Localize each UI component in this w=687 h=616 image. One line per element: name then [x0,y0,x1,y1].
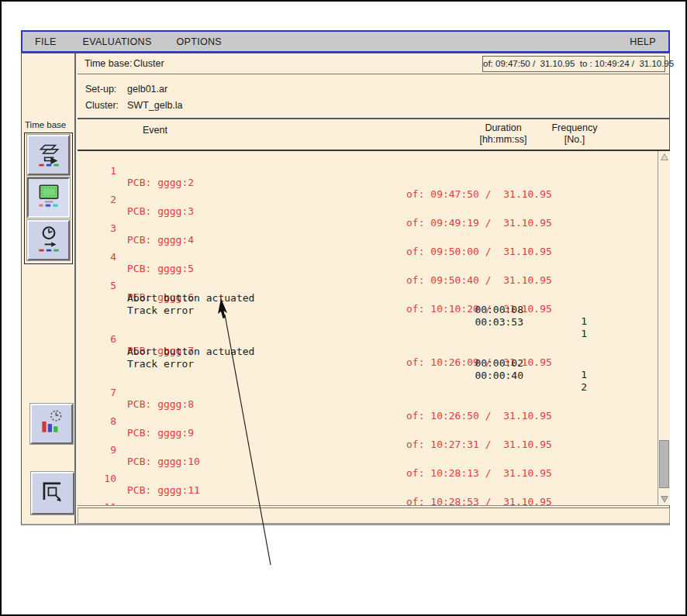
setup-label: Set-up: [85,84,116,95]
menu-bar: FILE EVALUATIONS OPTIONS HELP [21,30,670,53]
timebase-value: Cluster [133,58,164,69]
main-panel: Time base: Cluster of: 09:47:50 / 31.10.… [78,53,670,525]
setup-panel: Set-up: gelb01.ar Cluster: SWT_gelb.la [78,74,670,119]
application-window: FILE EVALUATIONS OPTIONS HELP Time base [0,0,687,616]
event-row[interactable]: 8 PCB: gggg:9 of: 10:27:31 / 31.10.95 [78,404,670,416]
clock-arrow-icon [34,224,64,256]
cluster-value: SWT_gelb.la [127,100,183,111]
scrollbar-down-icon[interactable] [659,494,670,504]
event-row[interactable]: 7 PCB: gggg:8 of: 10:26:50 / 31.10.95 [78,375,670,387]
event-number: 3 [78,222,116,234]
monitor-icon [34,181,64,214]
cluster-label: Cluster: [85,100,119,111]
timebase-button-group [24,132,73,264]
region-select-button[interactable] [31,472,74,514]
event-row[interactable]: 1 PCB: gggg:2 of: 09:47:50 / 31.10.95 [78,153,670,166]
timebase-header-bar: Time base: Cluster of: 09:47:50 / 31.10.… [78,53,670,74]
sub-event-label: Track error [127,358,194,370]
setup-value: gelb01.ar [127,84,167,95]
event-row[interactable]: 9 PCB: gggg:10 of: 10:28:13 / 31.10.95 [78,432,670,445]
sidebar-label: Time base [25,120,66,129]
main-window-body: Time base [21,53,670,525]
event-number: 10 [78,473,116,484]
menu-item-file[interactable]: FILE [30,36,61,47]
event-list[interactable]: 1 PCB: gggg:2 of: 09:47:50 / 31.10.95 2 … [78,150,670,506]
event-row[interactable]: 4 PCB: gggg:5 of: 09:50:40 / 31.10.95 [78,239,670,252]
event-rows: 1 PCB: gggg:2 of: 09:47:50 / 31.10.95 2 … [78,153,670,502]
event-sub-row: Abort button actuated 00:00:02 1 [78,334,670,346]
event-number: 8 [78,415,116,427]
event-sub-row: Abort button actuated 00:00:08 1 [78,280,670,293]
vertical-scrollbar[interactable] [658,151,670,505]
column-header: Event Duration [hh:mm:ss] Frequency [No.… [78,119,670,150]
event-number: 11 [78,501,116,506]
sidebar: Time base [22,53,76,524]
scrollbar-thumb[interactable] [659,440,669,488]
column-duration-unit: [hh:mm:ss] [466,134,540,145]
event-number: 1 [78,165,116,177]
chart-clock-icon [37,408,67,440]
column-event: Event [143,125,167,136]
chart-evaluation-button[interactable] [30,404,73,444]
event-sub-row: Track error 00:00:40 2 [78,346,670,359]
sub-event-duration: 00:00:02 [442,357,523,369]
time-range-box: of: 09:47:50 / 31.10.95 to : 10:49:24 / … [482,56,665,72]
event-number: 4 [78,251,116,263]
menu-item-evaluations[interactable]: EVALUATIONS [78,36,157,47]
event-row[interactable]: 3 PCB: gggg:4 of: 09:50:00 / 31.10.95 [78,211,670,223]
pcb-stack-arrow-icon [34,139,64,171]
column-frequency: Frequency [537,122,612,133]
event-row[interactable]: 11 PCB: gggg:12 of: 10:41:06 / 31.10.95 [78,490,670,502]
sub-event-duration: 00:00:08 [442,304,523,315]
column-frequency-unit: [No.] [537,134,612,145]
event-number: 9 [78,444,116,456]
status-bar [78,508,670,524]
event-row[interactable]: 2 PCB: gggg:3 of: 09:49:19 / 31.10.95 [78,182,670,194]
column-duration: Duration [466,122,540,133]
event-number: 2 [78,194,116,205]
timebase-label: Time base: [85,58,132,69]
event-number: 7 [78,387,116,398]
event-row[interactable]: 6 PCB: gggg:7 of: 10:26:09 / 31.10.95 Ab… [78,322,670,359]
menu-item-options[interactable]: OPTIONS [172,36,226,47]
event-row[interactable]: 10 PCB: gggg:11 of: 10:28:53 / 31.10.95 [78,461,670,473]
sub-event-label: Track error [127,305,194,316]
scrollbar-up-icon[interactable] [659,152,670,163]
event-sub-row: Track error 00:03:53 1 [78,293,670,305]
timebase-pcb-button[interactable] [27,135,70,175]
menu-item-help[interactable]: HELP [625,36,661,47]
timebase-cluster-button[interactable] [27,177,70,218]
region-select-icon [37,477,68,511]
event-row[interactable]: 5 PCB: gggg:6 of: 10:10:20 / 31.10.95 Ab… [78,268,670,305]
timebase-clock-button[interactable] [27,220,70,260]
